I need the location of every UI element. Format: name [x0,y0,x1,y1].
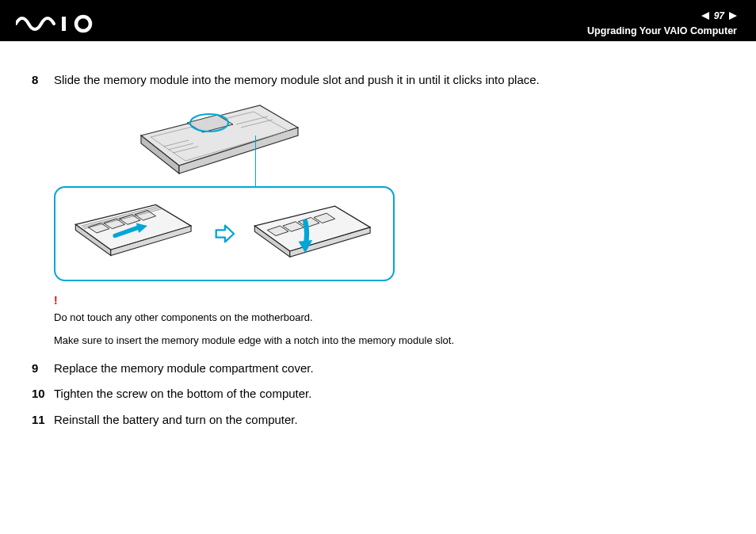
warning-text-2: Make sure to insert the memory module ed… [54,333,724,349]
figure-group [54,101,724,281]
step-number: 11 [32,411,54,429]
section-title: Upgrading Your VAIO Computer [587,25,737,39]
memory-slot-detail [54,186,395,281]
step-text: Replace the memory module compartment co… [54,360,724,378]
page-nav: 97 [587,10,737,23]
svg-rect-0 [62,17,66,31]
prev-page-icon[interactable] [701,12,709,20]
page-number: 97 [714,10,724,23]
header-right: 97 Upgrading Your VAIO Computer [587,10,737,38]
step-11: 11 Reinstall the battery and turn on the… [32,411,724,429]
page-content: 8 Slide the memory module into the memor… [0,41,756,452]
svg-point-1 [76,17,90,31]
step-number: 10 [32,385,54,403]
step-number: 8 [32,71,54,90]
laptop-bottom-illustration [133,101,307,191]
step-number: 9 [32,360,54,378]
vaio-logo [16,6,103,41]
step-10: 10 Tighten the screw on the bottom of th… [32,385,724,403]
step-arrow-icon [213,223,235,245]
ram-before-illustration [71,194,198,273]
warning-text-1: Do not touch any other components on the… [54,310,724,326]
step-text: Reinstall the battery and turn on the co… [54,411,724,429]
warning-block: ! Do not touch any other components on t… [54,292,724,349]
step-8: 8 Slide the memory module into the memor… [32,71,724,90]
next-page-icon[interactable] [729,12,737,20]
ram-after-illustration [250,194,377,273]
step-text: Slide the memory module into the memory … [54,71,724,90]
page-top-border [0,0,756,6]
step-9: 9 Replace the memory module compartment … [32,360,724,378]
step-text: Tighten the screw on the bottom of the c… [54,385,724,403]
warning-icon: ! [54,292,724,309]
page-header: 97 Upgrading Your VAIO Computer [0,6,756,41]
